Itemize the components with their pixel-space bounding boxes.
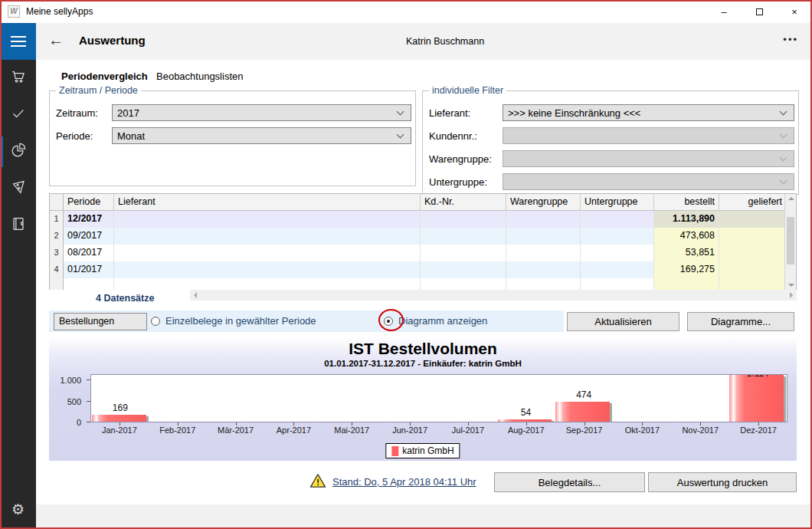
results-table: Periode Lieferant Kd.-Nr. Warengruppe Un… xyxy=(49,193,797,290)
chart-subtitle: 01.01.2017-31.12.2017 - Einkäufer: katri… xyxy=(49,359,797,368)
table-row[interactable]: 308/201753,851 xyxy=(50,245,786,261)
doc-type-box[interactable]: Bestellungen xyxy=(54,313,147,330)
cell-num xyxy=(50,278,64,290)
tab-beobachtungslisten[interactable]: Beobachtungslisten xyxy=(156,71,243,82)
sidebar-item-analytics[interactable] xyxy=(0,133,36,170)
radio-label: Einzelbelege in gewählter Periode xyxy=(165,315,316,327)
cell-num: 2 xyxy=(50,228,64,245)
x-tick-label: Feb-2017 xyxy=(149,426,207,435)
sidebar-item-cart[interactable] xyxy=(0,60,36,97)
lieferant-value: >>> keine Einschränkung <<< xyxy=(508,107,640,119)
pizza-slice-icon xyxy=(10,179,27,199)
cell-num: 3 xyxy=(50,245,64,261)
table-row[interactable] xyxy=(50,278,786,290)
stand-link[interactable]: Stand: Do, 5 Apr 2018 04:11 Uhr xyxy=(332,476,476,488)
cell-geliefert xyxy=(719,261,786,278)
cell-kdnr xyxy=(421,261,506,278)
y-tick-label: 1.000 xyxy=(60,376,81,385)
x-tick-label: Jan-2017 xyxy=(90,426,149,435)
legend-label: katrin GmbH xyxy=(402,445,453,456)
lieferant-select[interactable]: >>> keine Einschränkung <<< xyxy=(503,104,794,121)
page-title: Auswertung xyxy=(79,34,146,47)
close-button[interactable]: × xyxy=(777,0,812,23)
cell-lieferant xyxy=(114,278,421,290)
chart-legend: katrin GmbH xyxy=(385,443,460,458)
maximize-button[interactable] xyxy=(742,0,777,23)
chart-bar xyxy=(555,402,610,422)
cell-periode: 01/2017 xyxy=(64,261,114,278)
app-header: ← Auswertung Katrin Buschmann ••• xyxy=(36,23,812,60)
x-tick-label: Mär-2017 xyxy=(207,426,265,435)
aktualisieren-button[interactable]: Aktualisieren xyxy=(567,312,679,331)
x-tick-label: Sep-2017 xyxy=(555,426,614,435)
cell-lieferant xyxy=(114,245,421,261)
y-tick-label: 0 xyxy=(77,418,81,427)
scroll-left-icon[interactable] xyxy=(194,292,197,298)
table-row[interactable]: 209/2017473,608 xyxy=(50,228,786,245)
check-icon xyxy=(10,105,27,125)
x-tick-label: Okt-2017 xyxy=(614,426,672,435)
table-row[interactable]: 401/2017169,275 xyxy=(50,261,786,278)
tab-periodenvergleich[interactable]: Periodenvergleich xyxy=(61,71,148,82)
radio-einzelbelege[interactable]: Einzelbelege in gewählter Periode xyxy=(151,315,316,327)
zeitraum-value: 2017 xyxy=(117,107,139,119)
periode-select[interactable]: Monat xyxy=(112,127,411,144)
col-lieferant[interactable]: Lieferant xyxy=(114,194,421,210)
minimize-button[interactable]: – xyxy=(706,0,742,23)
x-tick-label: Aug-2017 xyxy=(497,426,555,435)
cell-untergruppe xyxy=(581,261,654,278)
cell-kdnr xyxy=(421,211,506,228)
diagramme-button[interactable]: Diagramme... xyxy=(687,312,794,331)
col-untergruppe[interactable]: Untergruppe xyxy=(581,194,654,210)
periode-label: Periode: xyxy=(56,130,112,142)
auswertung-drucken-button[interactable]: Auswertung drucken xyxy=(648,472,797,492)
x-tick-label: Mai-2017 xyxy=(323,426,381,435)
belegdetails-button[interactable]: Belegdetails... xyxy=(494,472,645,492)
cell-lieferant xyxy=(114,211,421,228)
scroll-down-icon[interactable] xyxy=(785,279,797,290)
x-tick-label: Jun-2017 xyxy=(381,426,439,435)
app-icon: W xyxy=(8,5,20,18)
sidebar-item-catalog[interactable] xyxy=(0,207,36,244)
chart-bar xyxy=(498,419,552,422)
sidebar-item-offers[interactable] xyxy=(0,170,36,207)
more-options-button[interactable]: ••• xyxy=(783,34,798,45)
chevron-down-icon xyxy=(780,177,787,185)
chart-y-axis: 05001.000 xyxy=(49,374,90,422)
chevron-down-icon xyxy=(397,108,404,116)
lieferant-label: Lieferant: xyxy=(429,107,503,119)
back-button[interactable]: ← xyxy=(48,31,64,49)
scroll-up-icon[interactable] xyxy=(785,194,797,205)
col-kdnr[interactable]: Kd.-Nr. xyxy=(421,194,506,210)
hamburger-menu-button[interactable] xyxy=(0,23,36,60)
table-vertical-scrollbar[interactable] xyxy=(784,194,796,290)
col-warengruppe[interactable]: Warengruppe xyxy=(506,194,581,210)
scroll-right-icon[interactable] xyxy=(790,292,793,298)
cell-untergruppe xyxy=(581,278,654,290)
cell-untergruppe xyxy=(581,228,654,245)
legend-swatch xyxy=(391,446,398,456)
table-row[interactable]: 112/20171.113,890 xyxy=(50,211,786,228)
sidebar-item-settings[interactable]: ⚙ xyxy=(0,491,36,527)
zeitraum-select[interactable]: 2017 xyxy=(112,104,411,121)
svg-text:!: ! xyxy=(316,478,319,487)
cell-kdnr xyxy=(421,228,506,245)
title-bar: W Meine sellyApps – × xyxy=(0,0,812,23)
cell-untergruppe xyxy=(581,211,654,228)
col-periode[interactable]: Periode xyxy=(64,194,114,210)
cell-bestellt: 1.113,890 xyxy=(654,211,719,228)
window-title: Meine sellyApps xyxy=(26,6,93,17)
scrollbar-thumb[interactable] xyxy=(787,217,794,264)
warengruppe-label: Warengruppe: xyxy=(429,153,503,165)
group-legend: individuelle Filter xyxy=(429,85,506,96)
kundennr-label: Kundennr.: xyxy=(429,130,503,142)
sidebar-item-check[interactable] xyxy=(0,97,36,133)
col-geliefert[interactable]: geliefert xyxy=(719,194,786,210)
col-bestellt[interactable]: bestellt xyxy=(654,194,719,210)
radio-circle-icon[interactable] xyxy=(151,317,160,326)
warning-icon: ! xyxy=(309,473,326,491)
table-horizontal-scrollbar[interactable] xyxy=(190,290,797,301)
cell-bestellt: 473,608 xyxy=(654,228,719,245)
cell-kdnr xyxy=(421,278,506,290)
table-header: Periode Lieferant Kd.-Nr. Warengruppe Un… xyxy=(50,194,786,211)
